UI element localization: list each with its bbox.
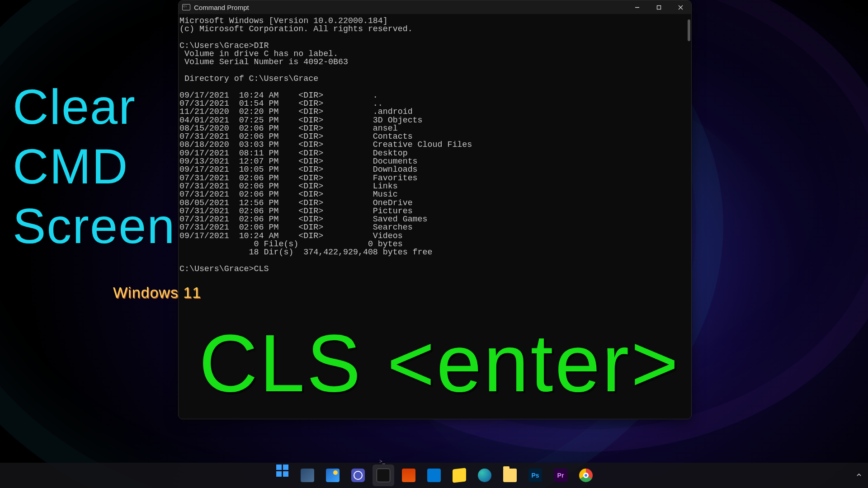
maximize-button[interactable] [648, 0, 670, 14]
teams-chat-button[interactable] [347, 465, 369, 486]
tray-overflow-icon[interactable] [856, 472, 862, 479]
system-tray[interactable] [853, 463, 862, 488]
window-title: Command Prompt [194, 4, 249, 11]
task-view-button[interactable] [297, 465, 318, 486]
taskbar-edge[interactable] [474, 465, 495, 486]
overlay-line2: CMD [13, 136, 176, 196]
taskbar-cmd[interactable] [373, 465, 394, 486]
overlay-line3: Screen [13, 196, 176, 256]
start-button[interactable] [271, 465, 293, 486]
taskbar-sticky-notes[interactable] [448, 465, 470, 486]
taskbar-mail[interactable] [423, 465, 445, 486]
taskbar-premiere[interactable]: Pr [550, 465, 571, 486]
taskbar: Ps Pr [0, 463, 868, 488]
taskbar-photoshop[interactable]: Ps [524, 465, 546, 486]
svg-rect-1 [657, 5, 660, 9]
overlay-hint: CLS <enter> [199, 316, 680, 410]
cmd-icon [182, 4, 190, 10]
widgets-button[interactable] [322, 465, 344, 486]
overlay-subtitle: Windows 11 [113, 284, 201, 301]
overlay-line1: Clear [13, 77, 176, 136]
taskbar-office[interactable] [398, 465, 420, 486]
taskbar-items: Ps Pr [271, 465, 597, 486]
scrollbar-thumb[interactable] [688, 19, 690, 41]
close-button[interactable] [670, 0, 691, 14]
overlay-title: Clear CMD Screen [13, 77, 176, 256]
titlebar[interactable]: Command Prompt [179, 0, 691, 14]
taskbar-chrome[interactable] [575, 465, 597, 486]
terminal-output: Microsoft Windows [Version 10.0.22000.18… [179, 14, 691, 274]
taskbar-file-explorer[interactable] [499, 465, 521, 486]
minimize-button[interactable] [626, 0, 648, 14]
